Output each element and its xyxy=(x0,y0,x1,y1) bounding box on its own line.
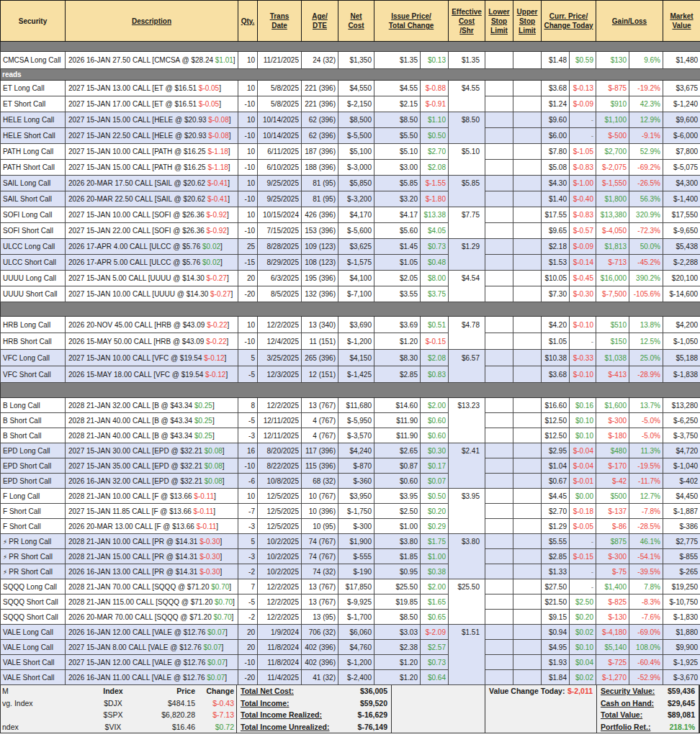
cell-gain-loss-pct[interactable]: -72.3% xyxy=(629,223,663,239)
cell-market-value[interactable]: $2,775 xyxy=(663,534,700,549)
cell-qty[interactable]: -5 xyxy=(238,366,258,383)
cell-description[interactable]: 2026 20-MAR 22.50 CALL [SAIL @ $20.62 $-… xyxy=(66,191,238,207)
cell-issue-price[interactable]: $8.30 xyxy=(374,350,421,366)
cell-issue-price[interactable]: $4.17 xyxy=(374,207,421,223)
cell-effective-cost[interactable]: $4.54 xyxy=(449,271,485,286)
cell-market-value[interactable]: $-1,887 xyxy=(663,504,700,519)
cell-trans-date[interactable]: 3/25/2025 xyxy=(258,350,302,366)
cell-market-value[interactable]: $-265 xyxy=(663,564,700,579)
cell-gain-loss-dollar[interactable]: $16,000 xyxy=(596,271,629,286)
cell-gain-loss-pct[interactable]: 13.7% xyxy=(629,398,663,413)
cell-curr-price[interactable]: $7.30 xyxy=(542,286,570,302)
index-change[interactable]: $-0.43 xyxy=(198,699,237,707)
cell-security[interactable]: SQQQ Short Call xyxy=(1,610,66,625)
cell-change-today[interactable]: - xyxy=(570,564,596,579)
cell-curr-price[interactable]: $1.05 xyxy=(542,333,570,350)
cell-upper-stop-limit[interactable] xyxy=(513,271,542,286)
cell-total-change[interactable]: $3.75 xyxy=(421,286,449,302)
col-header-issue-price[interactable]: Issue Price/ Total Change xyxy=(374,1,449,42)
cell-qty[interactable]: -3 xyxy=(238,519,258,534)
cell-gain-loss-dollar[interactable]: $2,700 xyxy=(596,144,629,160)
cell-upper-stop-limit[interactable] xyxy=(513,670,542,685)
cell-qty[interactable]: -20 xyxy=(238,286,258,302)
cell-curr-price[interactable]: $9.65 xyxy=(542,223,570,239)
cell-gain-loss-dollar[interactable]: $130 xyxy=(596,52,629,69)
cash-on-hand-value[interactable]: $29,645 xyxy=(668,699,695,707)
cell-gain-loss-dollar[interactable]: $-180 xyxy=(596,428,629,443)
cell-description[interactable]: 2026 15-MAY 50.00 CALL [HRB @ $43.09 $-0… xyxy=(66,333,238,350)
cell-issue-price[interactable]: $3.95 xyxy=(374,489,421,504)
cell-security[interactable]: ULCC Long Call xyxy=(1,239,66,255)
cell-trans-date[interactable]: 10/15/2024 xyxy=(258,207,302,223)
cell-market-value[interactable]: $19,250 xyxy=(663,579,700,594)
cell-description[interactable]: 2028 21-JAN 15.00 CALL [PR @ $14.31 $-0.… xyxy=(66,549,238,564)
cell-security[interactable]: HRB Short Call xyxy=(1,333,66,350)
cell-gain-loss-pct[interactable]: -28.9% xyxy=(629,366,663,383)
cell-age-dte[interactable]: 13 (767) xyxy=(302,579,338,594)
cell-trans-date[interactable]: 8/28/2025 xyxy=(258,239,302,255)
cell-net-cost[interactable]: $1,350 xyxy=(338,52,374,69)
cell-market-value[interactable]: $1,480 xyxy=(663,52,700,69)
cell-upper-stop-limit[interactable] xyxy=(513,594,542,610)
cell-qty[interactable]: 10 xyxy=(238,112,258,128)
cell-curr-price[interactable]: $7.80 xyxy=(542,144,570,160)
cell-gain-loss-dollar[interactable]: $-137 xyxy=(596,504,629,519)
cell-security[interactable]: VALE Short Call xyxy=(1,670,66,685)
cell-age-dte[interactable]: 10 (767) xyxy=(302,489,338,504)
cell-change-today[interactable]: $-0.83 xyxy=(570,207,596,223)
cell-change-today[interactable]: $0.59 xyxy=(570,52,596,69)
cell-qty[interactable]: -15 xyxy=(238,255,258,271)
index-change[interactable]: $-7.13 xyxy=(198,710,237,719)
cell-gain-loss-dollar[interactable]: $1,600 xyxy=(596,398,629,413)
cell-qty[interactable]: -2 xyxy=(238,564,258,579)
cell-effective-cost[interactable] xyxy=(449,610,485,625)
cell-issue-price[interactable]: $25.50 xyxy=(374,579,421,594)
cell-trans-date[interactable]: 10/2/2025 xyxy=(258,564,302,579)
cell-age-dte[interactable]: 81 (95) xyxy=(302,191,338,207)
cell-upper-stop-limit[interactable] xyxy=(513,625,542,640)
cell-security[interactable]: F Short Call xyxy=(1,504,66,519)
index-symbol[interactable]: $VIX xyxy=(91,723,135,731)
cell-gain-loss-dollar[interactable]: $-1,550 xyxy=(596,176,629,191)
cell-market-value[interactable]: $-9,650 xyxy=(663,223,700,239)
cell-total-change[interactable]: $0.48 xyxy=(421,255,449,271)
cell-net-cost[interactable]: $3,950 xyxy=(338,489,374,504)
cell-gain-loss-dollar[interactable]: $-413 xyxy=(596,366,629,383)
cell-issue-price[interactable]: $8.50 xyxy=(374,610,421,625)
cell-age-dte[interactable]: 221 (396) xyxy=(302,81,338,96)
cell-gain-loss-dollar[interactable]: $1,038 xyxy=(596,350,629,366)
cell-market-value[interactable]: $13,280 xyxy=(663,398,700,413)
cell-change-today[interactable]: - xyxy=(570,534,596,549)
cell-description[interactable]: 2027 15-JAN 15.00 CALL [PATH @ $16.25 $-… xyxy=(66,160,238,176)
cell-gain-loss-dollar[interactable]: $-130 xyxy=(596,610,629,625)
cell-description[interactable]: 2027 15-JAN 12.00 CALL [VALE @ $12.76 $0… xyxy=(66,655,238,670)
cell-lower-stop-limit[interactable] xyxy=(485,610,513,625)
cell-lower-stop-limit[interactable] xyxy=(485,81,513,96)
cell-upper-stop-limit[interactable] xyxy=(513,534,542,549)
cell-effective-cost[interactable] xyxy=(449,549,485,564)
cell-change-today[interactable]: $-0.83 xyxy=(570,160,596,176)
cell-trans-date[interactable]: 12/2/2025 xyxy=(258,610,302,625)
cell-description[interactable]: 2028 21-JAN 70.00 CALL [SQQQ @ $71.20 $0… xyxy=(66,579,238,594)
cell-issue-price[interactable]: $5.50 xyxy=(374,128,421,144)
cell-lower-stop-limit[interactable] xyxy=(485,255,513,271)
cell-trans-date[interactable]: 11/21/2025 xyxy=(258,52,302,69)
cell-effective-cost[interactable] xyxy=(449,366,485,383)
cell-security[interactable]: SAIL Long Call xyxy=(1,176,66,191)
cell-total-change[interactable]: $1.75 xyxy=(421,534,449,549)
cell-change-today[interactable]: $0.02 xyxy=(570,625,596,640)
cell-change-today[interactable]: $0.16 xyxy=(570,398,596,413)
cell-effective-cost[interactable]: $1.51 xyxy=(449,625,485,640)
cell-net-cost[interactable]: $-1,425 xyxy=(338,366,374,383)
cell-description[interactable]: 2028 21-JAN 10.00 CALL [F @ $13.66 $-0.1… xyxy=(66,489,238,504)
cell-trans-date[interactable]: 8/29/2025 xyxy=(258,255,302,271)
cell-lower-stop-limit[interactable] xyxy=(485,398,513,413)
cell-qty[interactable]: -10 xyxy=(238,333,258,350)
cell-effective-cost[interactable] xyxy=(449,160,485,176)
cell-upper-stop-limit[interactable] xyxy=(513,286,542,302)
cell-trans-date[interactable]: 10/14/2025 xyxy=(258,112,302,128)
cell-security[interactable]: ULCC Short Call xyxy=(1,255,66,271)
cell-change-today[interactable]: $-0.15 xyxy=(570,549,596,564)
cell-description[interactable]: 2027 15-JAN 10.00 CALL [UUUU @ $14.30 $-… xyxy=(66,286,238,302)
cell-gain-loss-pct[interactable]: -52.9% xyxy=(629,670,663,685)
